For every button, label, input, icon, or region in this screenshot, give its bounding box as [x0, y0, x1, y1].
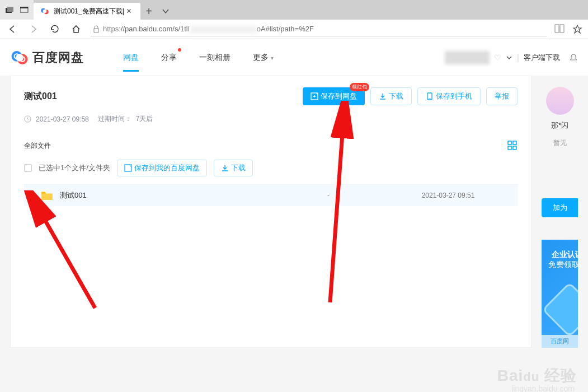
download-small-button[interactable]: 下载: [214, 160, 253, 176]
diamond-icon: [542, 282, 578, 335]
file-row[interactable]: 测试001 - 2021-03-27 09:51: [24, 184, 518, 206]
tab-close-icon[interactable]: ×: [124, 6, 134, 16]
heart-icon[interactable]: ♡: [494, 53, 501, 62]
save-icon: [311, 92, 318, 100]
clock-icon: [24, 115, 31, 123]
svg-rect-3: [20, 7, 28, 8]
save-to-pan-button[interactable]: 领红包 保存到网盘: [303, 87, 365, 105]
notification-dot: [178, 48, 181, 52]
new-tab-button[interactable]: +: [140, 3, 157, 20]
expire-value: 7天后: [136, 114, 153, 124]
file-size: -: [278, 192, 379, 199]
share-date: 2021-03-27 09:58: [36, 115, 89, 123]
svg-rect-22: [513, 146, 516, 150]
refresh-button[interactable]: [48, 22, 62, 36]
svg-rect-17: [429, 99, 431, 99]
divider: |: [517, 53, 519, 63]
row-checkbox[interactable]: [26, 192, 34, 199]
nav-more[interactable]: 更多▾: [253, 49, 274, 66]
nav-fenxiang[interactable]: 分享: [161, 49, 177, 66]
svg-rect-20: [513, 141, 516, 144]
uploader-name: 那*闪: [542, 120, 578, 130]
back-button[interactable]: [6, 22, 19, 36]
chevron-down-icon: ▾: [271, 55, 274, 61]
select-all-checkbox[interactable]: [24, 164, 32, 172]
svg-rect-19: [508, 141, 511, 144]
nav-wangpan[interactable]: 网盘: [123, 49, 139, 66]
download-icon: [221, 164, 229, 172]
client-download-link[interactable]: 客户端下载: [524, 53, 560, 63]
home-button[interactable]: [69, 22, 83, 36]
system-icon-2: [20, 6, 30, 14]
share-title: 测试001: [24, 91, 57, 102]
grid-view-icon[interactable]: [507, 141, 518, 151]
uploader-avatar[interactable]: [546, 87, 574, 115]
system-icon-1: [5, 6, 15, 14]
forward-button[interactable]: [27, 22, 40, 36]
uploader-sub: 暂无: [542, 138, 578, 148]
watermark-url: jingyan.baidu.com: [511, 384, 575, 392]
folder-icon: [41, 190, 53, 200]
side-panel: 那*闪 暂无 加为 企业认证 免费领取 百度网: [542, 76, 578, 348]
address-bar[interactable]: https://pan.baidu.com/s/1tlloA#list/path…: [91, 22, 547, 36]
reading-icon[interactable]: [554, 24, 565, 34]
dropdown-icon[interactable]: [506, 54, 512, 61]
svg-rect-8: [555, 25, 559, 32]
svg-rect-21: [508, 146, 511, 150]
svg-rect-1: [7, 7, 13, 12]
file-name: 测试001: [60, 190, 278, 200]
save-to-phone-button[interactable]: 保存到手机: [417, 87, 481, 105]
add-friend-button[interactable]: 加为: [542, 198, 578, 217]
selection-text: 已选中1个文件/文件夹: [39, 163, 110, 173]
promo-footer: 百度网: [542, 335, 578, 348]
svg-rect-9: [560, 25, 564, 32]
baidupan-logo-icon: [10, 48, 29, 67]
url-text: https://pan.baidu.com/s/1tlloA#list/path…: [103, 25, 544, 33]
svg-point-6: [43, 10, 47, 13]
svg-point-12: [16, 54, 23, 62]
download-button[interactable]: 下载: [370, 87, 412, 105]
expire-label: 过期时间：: [98, 114, 131, 124]
favorite-icon[interactable]: [572, 24, 582, 34]
red-badge: 领红包: [350, 83, 369, 91]
breadcrumb[interactable]: 全部文件: [24, 141, 51, 151]
watermark: Baidu Baidu 经验经验: [497, 365, 577, 386]
tabs-menu-icon[interactable]: [157, 3, 174, 20]
save-to-my-pan-button[interactable]: 保存到我的百度网盘: [117, 160, 207, 176]
logo[interactable]: 百度网盘: [10, 48, 84, 67]
bell-icon[interactable]: [569, 53, 578, 62]
promo-banner[interactable]: 企业认证 免费领取: [542, 240, 578, 335]
save-icon: [124, 164, 132, 172]
user-avatar-blur[interactable]: [445, 51, 490, 64]
file-date: 2021-03-27 09:51: [379, 192, 518, 199]
download-icon: [379, 92, 387, 100]
phone-icon: [426, 92, 434, 100]
tab-title: 测试001_免费高速下载|: [54, 7, 124, 16]
report-button[interactable]: 举报: [486, 87, 518, 105]
svg-rect-7: [94, 29, 98, 32]
nav-yike[interactable]: 一刻相册: [199, 49, 231, 66]
browser-tab[interactable]: 测试001_免费高速下载| ×: [34, 3, 140, 20]
lock-icon: [93, 25, 100, 33]
logo-text: 百度网盘: [32, 49, 84, 66]
baidupan-favicon: [40, 7, 49, 16]
main-panel: 测试001 领红包 保存到网盘 下载 保存到手机 举报: [10, 76, 531, 348]
